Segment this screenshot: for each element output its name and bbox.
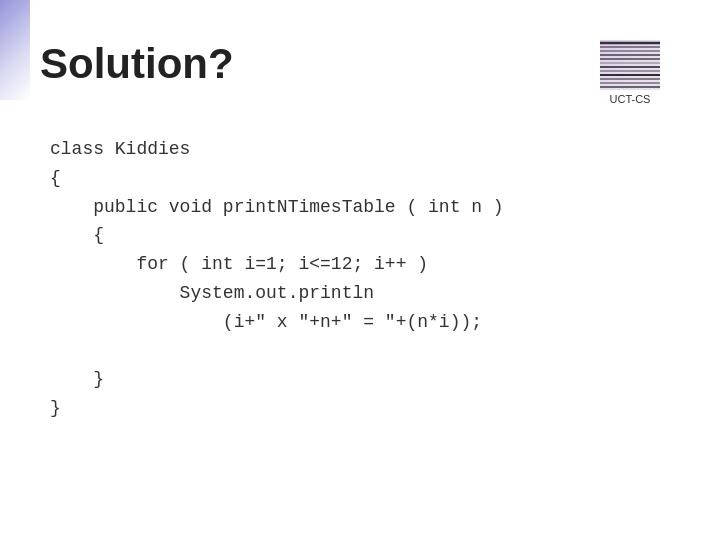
header: Solution? [40, 40, 670, 105]
slide-title: Solution? [40, 40, 234, 88]
logo-area: UCT-CS [590, 40, 670, 105]
code-area: class Kiddies { public void printNTimesT… [50, 135, 670, 423]
code-line-7: (i+" x "+n+" = "+(n*i)); [50, 308, 670, 337]
logo-image [600, 40, 660, 90]
logo-text: UCT-CS [610, 93, 651, 105]
code-line-4: { [50, 221, 670, 250]
code-line-1: class Kiddies [50, 135, 670, 164]
code-line-8 [50, 337, 670, 366]
code-line-2: { [50, 164, 670, 193]
code-line-5: for ( int i=1; i<=12; i++ ) [50, 250, 670, 279]
code-line-6: System.out.println [50, 279, 670, 308]
code-line-3: public void printNTimesTable ( int n ) [50, 193, 670, 222]
code-line-9: } [50, 365, 670, 394]
corner-decoration [0, 0, 30, 100]
svg-rect-13 [600, 40, 660, 90]
code-line-10: } [50, 394, 670, 423]
slide: Solution? [0, 0, 720, 540]
